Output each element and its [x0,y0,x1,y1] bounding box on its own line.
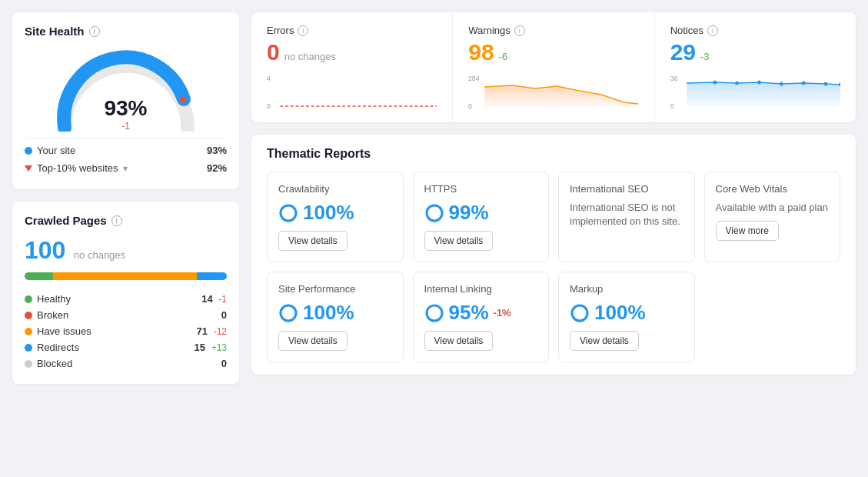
report-crawlability: Crawlability 100% View details [267,172,404,262]
warnings-title: Warnings i [468,25,638,36]
https-title: HTTPS [424,183,538,195]
svg-point-20 [427,205,442,221]
crawl-item-issues: Have issues 71 -12 [25,323,227,339]
warnings-info-icon[interactable]: i [514,25,525,36]
report-grid-top: Crawlability 100% View details HTTPS [267,172,840,262]
warnings-card: Warnings i 98 -6 284 0 [453,12,654,122]
svg-point-11 [735,82,739,85]
internal-link-circle-icon [424,303,444,323]
top-site-label: Top-10% websites [37,162,118,174]
internal-linking-title: Internal Linking [424,283,538,295]
issues-dot [25,328,32,335]
warnings-change: -6 [499,51,508,62]
progress-healthy [25,272,53,280]
svg-text:284: 284 [468,75,480,82]
blocked-dot [25,360,32,368]
core-web-vitals-text: Available with a paid plan [716,201,830,215]
crawled-sublabel: no changes [74,249,125,261]
report-intl-seo: International SEO International SEO is n… [558,172,695,262]
intl-seo-text: International SEO is not implemented on … [570,201,683,228]
crawled-pages-card: Crawled Pages i 100 no changes Healthy 1… [12,202,239,384]
crawlability-value: 100% [303,201,354,225]
svg-point-14 [801,82,805,85]
svg-point-10 [713,81,717,85]
errors-chart: 4 0 [267,72,437,110]
notices-card: Notices i 29 -3 36 0 [655,12,856,122]
svg-text:4: 4 [267,75,271,82]
gauge-text: 93% -1 [104,96,147,132]
blocked-label: Blocked [37,358,72,369]
thematic-reports-title: Thematic Reports [267,147,840,161]
expand-icon[interactable]: ▾ [123,163,128,174]
warnings-chart: 284 0 [468,72,638,110]
notices-title: Notices i [670,25,840,36]
redirects-count: 15 [195,342,205,353]
crawl-item-healthy: Healthy 14 -1 [25,291,227,307]
your-site-label: Your site [37,145,75,156]
your-site-dot [25,147,32,155]
issues-count: 71 [197,325,208,337]
svg-point-24 [427,305,442,321]
notices-change: -3 [700,51,710,62]
svg-marker-9 [687,82,840,107]
gauge-container: 93% -1 [25,47,227,132]
broken-dot [25,312,32,319]
svg-point-18 [281,205,296,221]
issues-label: Have issues [37,325,91,337]
top-site-value: 92% [207,162,227,174]
report-https: HTTPS 99% View details [413,172,550,262]
crawled-info-icon[interactable]: i [111,215,122,226]
https-view-btn[interactable]: View details [424,231,494,251]
healthy-label: Healthy [37,293,71,305]
report-markup: Markup 100% View details [558,272,695,362]
internal-linking-view-btn[interactable]: View details [424,331,494,351]
crawled-progress-bar [25,272,227,280]
site-performance-value: 100% [303,301,354,325]
crawl-item-broken: Broken 0 [25,307,227,323]
crawlability-circle-icon [278,203,298,223]
crawlability-view-btn[interactable]: View details [278,231,348,251]
site-perf-circle-icon [278,303,298,323]
notices-info-icon[interactable]: i [707,25,718,36]
crawled-count-row: 100 no changes [25,236,227,265]
core-web-vitals-view-btn[interactable]: View more [716,221,779,241]
crawlability-title: Crawlability [278,183,392,195]
svg-point-22 [281,305,296,321]
blocked-count: 0 [211,358,227,369]
report-site-performance: Site Performance 100% View details [267,272,404,362]
redirects-dot [25,344,32,352]
notices-value: 29 [670,39,696,65]
redirects-label: Redirects [37,342,79,353]
internal-linking-change: -1% [494,307,511,319]
core-web-vitals-title: Core Web Vitals [716,183,830,195]
svg-point-12 [757,81,761,85]
dashboard: Site Health i 93% -1 [12,12,856,384]
healthy-change: -1 [218,294,227,305]
svg-text:0: 0 [468,102,472,110]
legend-row-yoursite: Your site 93% [25,142,227,159]
report-empty-bottom [704,272,841,362]
crawl-item-redirects: Redirects 15 +13 [25,339,227,355]
report-core-web-vitals: Core Web Vitals Available with a paid pl… [704,172,841,262]
site-performance-title: Site Performance [278,283,392,295]
errors-info-icon[interactable]: i [298,25,308,36]
svg-point-15 [823,82,827,86]
report-internal-linking: Internal Linking 95% -1% View details [413,272,550,362]
metrics-row: Errors i 0 no changes 4 0 [251,12,856,122]
site-health-info-icon[interactable]: i [89,26,100,37]
site-performance-view-btn[interactable]: View details [278,331,348,351]
errors-title: Errors i [267,25,437,36]
broken-label: Broken [37,309,68,321]
markup-value: 100% [594,301,646,325]
redirects-change: +13 [211,342,227,353]
top-site-icon [25,165,32,172]
healthy-count: 14 [201,293,212,305]
crawled-pages-title: Crawled Pages i [25,214,227,227]
gauge-percent: 93% [104,96,147,120]
your-site-value: 93% [207,145,227,156]
crawl-item-blocked: Blocked 0 [25,355,227,372]
errors-change: no changes [284,51,336,62]
gauge-change: -1 [104,121,147,132]
notices-chart: 36 0 [670,72,840,110]
markup-view-btn[interactable]: View details [570,331,639,351]
